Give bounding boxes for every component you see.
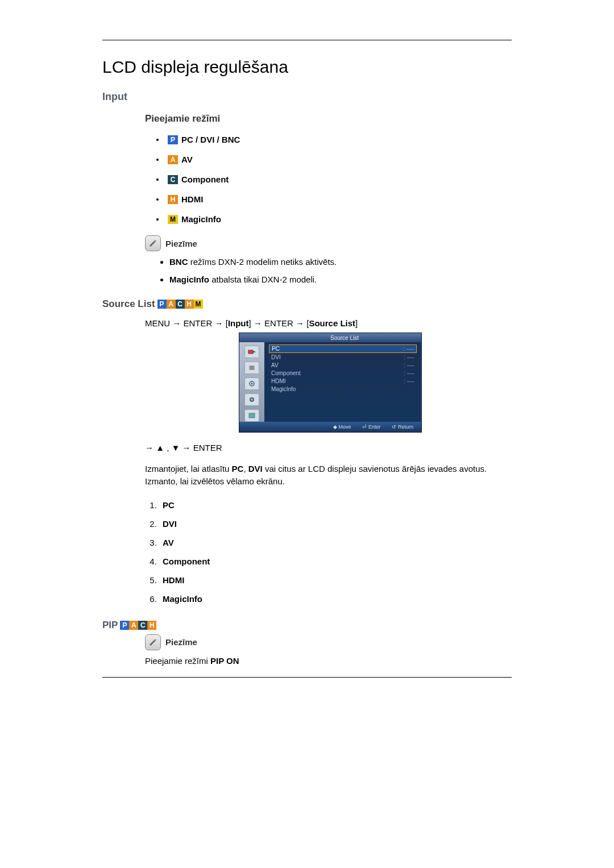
osd-item-value: : ---- xyxy=(404,378,414,384)
mode-item-component: C Component xyxy=(156,175,512,184)
arrow-icon: → xyxy=(254,318,262,328)
m-badge-icon: M xyxy=(194,300,203,309)
p-badge-icon: P xyxy=(120,621,129,630)
osd-row: Component: ---- xyxy=(269,369,417,377)
osd-item-label: AV xyxy=(271,362,279,368)
bullet-icon xyxy=(156,198,159,201)
osd-icon-setup xyxy=(244,393,259,406)
note-row: Piezīme xyxy=(145,634,512,650)
page-title: LCD displeja regulēšana xyxy=(102,57,512,77)
osd-item-label: HDMI xyxy=(271,378,286,384)
nav-enter: ENTER xyxy=(264,318,293,328)
modes-list: P PC / DVI / BNC A AV C Component H HDMI… xyxy=(156,135,512,224)
osd-screenshot: Source List PC: ---- DVI: ---- AV: ---- … xyxy=(239,333,422,433)
mode-item-magicinfo: M MagicInfo xyxy=(156,214,512,224)
a-badge-icon: A xyxy=(129,621,138,630)
note-item: MagicInfo atbalsta tikai DXN-2 modeli. xyxy=(169,275,512,284)
bullet-icon xyxy=(156,139,159,141)
mode-label: PC / DVI / BNC xyxy=(181,135,240,144)
osd-side-icons xyxy=(239,342,264,422)
osd-icon-input xyxy=(244,346,259,358)
arrow-icon: → xyxy=(172,318,181,328)
arrow-icon: → xyxy=(215,318,223,328)
bottom-rule xyxy=(102,677,512,678)
svg-rect-0 xyxy=(248,350,253,354)
note-bold: MagicInfo xyxy=(169,275,209,284)
osd-footer: ◆ Move ⏎ Enter ↺ Return xyxy=(239,422,421,432)
c-badge-icon: C xyxy=(138,621,147,630)
numbered-list: PC DVI AV Component HDMI MagicInfo xyxy=(159,500,512,604)
osd-row: DVI: ---- xyxy=(269,354,417,361)
nav-source: Source List xyxy=(309,318,355,328)
m-badge-icon: M xyxy=(168,215,178,224)
note-text: atbalsta tikai DXN-2 modeli. xyxy=(209,275,317,284)
osd-icon-picture xyxy=(244,362,259,374)
h-badge-icon: H xyxy=(185,300,194,309)
p-badge-icon: P xyxy=(168,135,178,144)
note-label: Piezīme xyxy=(165,239,197,248)
list-item: MagicInfo xyxy=(159,594,512,604)
pip-label: PIP xyxy=(102,620,118,631)
svg-point-4 xyxy=(251,383,253,385)
arrows-instruction: → ▲ , ▼ → ENTER xyxy=(145,443,512,452)
list-item: AV xyxy=(159,538,512,547)
osd-title-text: Source List xyxy=(330,335,359,341)
list-item-label: MagicInfo xyxy=(163,594,202,604)
mode-item-pc: P PC / DVI / BNC xyxy=(156,135,512,144)
nav-menu: MENU xyxy=(145,318,170,328)
body-paragraph: Izmantojiet, lai atlasītu PC, DVI vai ci… xyxy=(145,463,512,488)
osd-item-label: Component xyxy=(271,370,301,376)
menu-path: MENU → ENTER → [Input] → ENTER → [Source… xyxy=(145,318,512,328)
arrow-icon: → xyxy=(296,318,304,328)
list-item: DVI xyxy=(159,519,512,529)
list-item: HDMI xyxy=(159,575,512,585)
osd-row: MagicInfo xyxy=(269,385,417,393)
osd-icon-multi xyxy=(244,409,259,422)
mode-label: MagicInfo xyxy=(181,214,221,224)
note-icon xyxy=(145,235,161,251)
list-item-label: HDMI xyxy=(163,575,184,585)
input-heading: Input xyxy=(102,91,512,103)
osd-row: PC: ---- xyxy=(269,344,417,353)
osd-item-label: PC xyxy=(272,346,280,352)
pip-prefix: Pieejamie režīmi xyxy=(145,656,210,666)
p-badge-icon: P xyxy=(157,300,167,309)
note-text: režīms DXN-2 modelim netiks aktivēts. xyxy=(188,257,337,267)
note-row: Piezīme xyxy=(145,235,512,251)
page: LCD displeja regulēšana Input Pieejamie … xyxy=(51,0,563,700)
bullet-icon xyxy=(156,159,159,161)
svg-point-1 xyxy=(250,366,254,369)
note-item: BNC režīms DXN-2 modelim netiks aktivēts… xyxy=(169,257,512,267)
mode-label: HDMI xyxy=(181,194,203,204)
source-list-label: Source List xyxy=(102,298,155,310)
svg-point-6 xyxy=(251,399,253,401)
modes-heading: Pieejamie režīmi xyxy=(145,113,512,124)
osd-icon-sound xyxy=(244,377,259,390)
source-list-heading: Source List P A C H M xyxy=(102,298,512,310)
c-badge-icon: C xyxy=(168,175,178,184)
list-item: PC xyxy=(159,500,512,510)
mode-label: Component xyxy=(181,175,229,184)
osd-footer-return: ↺ Return xyxy=(392,424,413,430)
osd-footer-move: ◆ Move xyxy=(333,424,351,430)
badge-strip: P A C H M xyxy=(157,300,203,309)
nav-input: Input xyxy=(228,318,249,328)
osd-row: AV: ---- xyxy=(269,362,417,369)
list-item: Component xyxy=(159,556,512,566)
osd-item-label: MagicInfo xyxy=(271,386,296,392)
osd-list: PC: ---- DVI: ---- AV: ---- Component: -… xyxy=(264,342,421,422)
pip-heading: PIP P A C H xyxy=(102,620,512,631)
pip-bold: PIP ON xyxy=(210,656,239,666)
h-badge-icon: H xyxy=(168,195,178,204)
osd-footer-enter: ⏎ Enter xyxy=(362,424,380,430)
mode-item-hdmi: H HDMI xyxy=(156,194,512,204)
mode-item-av: A AV xyxy=(156,155,512,164)
a-badge-icon: A xyxy=(168,155,178,164)
note-label: Piezīme xyxy=(165,637,197,647)
osd-row: HDMI: ---- xyxy=(269,377,417,385)
osd-body: PC: ---- DVI: ---- AV: ---- Component: -… xyxy=(239,342,421,422)
note-bold: BNC xyxy=(169,257,188,267)
note-list: BNC režīms DXN-2 modelim netiks aktivēts… xyxy=(169,257,512,284)
osd-item-label: DVI xyxy=(271,354,281,360)
mode-label: AV xyxy=(181,155,193,164)
